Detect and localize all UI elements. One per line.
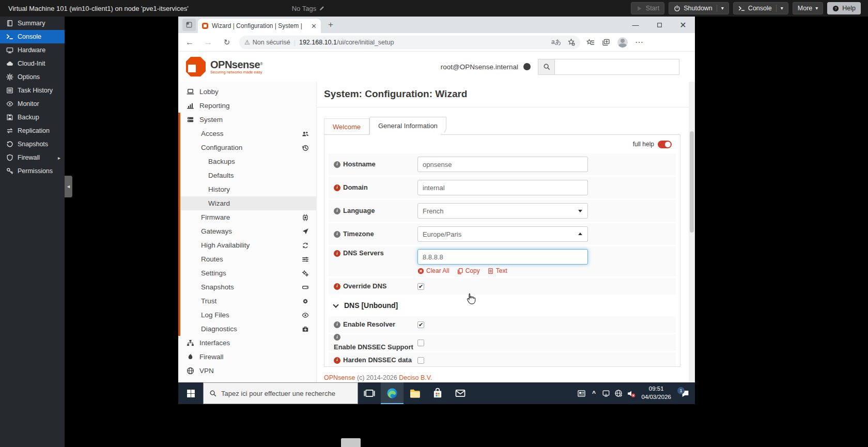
tab-actions-icon[interactable] [182,19,196,31]
menu-item-log-files[interactable]: Log Files [178,308,316,322]
file-explorer-taskbar-button[interactable] [404,382,426,404]
add-favorite-icon[interactable] [567,38,575,46]
hostname-input[interactable]: opnsense [417,157,588,172]
menu-item-configuration[interactable]: Configuration [178,141,316,155]
edge-taskbar-button[interactable] [381,382,404,404]
tray-monitor-icon[interactable] [600,382,612,404]
menu-item-reporting[interactable]: Reporting [178,99,316,113]
logged-in-user[interactable]: root@OPNsense.internal [441,63,518,71]
sidebar-item-replication[interactable]: Replication [0,124,65,137]
hidden-icons-chevron[interactable]: ^ [587,382,600,404]
url-bar[interactable]: ⚠ Non sécurisé | 192.168.10.1 /ui/core/i… [239,36,580,49]
menu-item-trust[interactable]: Trust [178,294,316,308]
mail-taskbar-button[interactable] [449,382,472,404]
menu-item-routes[interactable]: Routes [178,252,316,266]
menu-item-lobby[interactable]: Lobby [178,85,316,99]
sidebar-item-firewall[interactable]: Firewall▸ [0,151,65,164]
sidebar-item-monitor[interactable]: Monitor [0,97,65,111]
scrollbar-thumb[interactable] [690,131,694,233]
language-select[interactable]: French [417,203,588,219]
sidebar-item-options[interactable]: Options [0,70,65,84]
info-icon[interactable]: i [334,231,340,238]
menu-item-settings[interactable]: Settings [178,266,316,280]
info-icon[interactable]: i [334,321,340,328]
store-taskbar-button[interactable] [426,382,449,404]
menu-item-system[interactable]: System [178,113,316,127]
taskbar-clock[interactable]: 09:51 04/03/2026 [637,385,675,401]
menu-item-diagnostics[interactable]: Diagnostics [178,322,316,336]
menu-item-interfaces[interactable]: Interfaces [178,336,316,350]
sidebar-item-task-history[interactable]: Task History [0,84,65,97]
info-icon[interactable]: i [334,161,340,168]
domain-input[interactable]: internal [417,180,588,195]
dns-servers-input[interactable]: 8.8.8.8 [417,249,588,265]
sidebar-collapse-handle[interactable]: ◄ [65,176,72,197]
vm-tags[interactable]: No Tags [292,5,325,12]
menu-item-gateways[interactable]: Gateways [178,224,316,238]
refresh-button[interactable]: ↻ [220,35,234,50]
menu-item-snapshots[interactable]: Snapshots [178,280,316,294]
start-button[interactable]: Start [631,2,664,14]
search-input[interactable] [554,59,679,75]
enable-dnssec-support-checkbox[interactable] [417,340,424,346]
task-view-taskbar-button[interactable] [358,382,381,404]
footer-brand-link[interactable]: OPNsense [324,374,355,381]
menu-item-access[interactable]: Access [178,127,316,141]
tab-welcome[interactable]: Welcome [324,118,369,134]
info-icon[interactable]: i [334,184,340,191]
tab-close-icon[interactable]: ✕ [311,22,317,30]
override-dns-checkbox[interactable]: ✔ [417,283,424,290]
info-icon[interactable]: i [334,283,340,290]
widgets-icon[interactable] [575,382,587,404]
help-button[interactable]: ?Help [827,2,861,14]
page-scrollbar[interactable] [689,82,695,382]
sidebar-item-backup[interactable]: Backup [0,111,65,124]
footer-company-link[interactable]: Deciso B.V. [399,374,432,381]
network-globe-icon[interactable] [612,382,625,404]
maximize-button[interactable] [647,17,671,33]
info-icon[interactable]: i [334,208,340,214]
shutdown-button[interactable]: Shutdown▾ [669,2,729,14]
menu-item-firmware[interactable]: Firmware [178,210,316,224]
translate-icon[interactable]: aあ [551,38,561,47]
sidebar-item-summary[interactable]: Summary [0,17,65,30]
section-header-dns-unbound-[interactable]: DNS [Unbound] [329,296,676,315]
back-button[interactable]: ← [182,35,197,50]
tab-general-information[interactable]: General Information [369,117,446,135]
opnsense-logo[interactable] [185,56,206,77]
more-button[interactable]: More▾ [793,2,824,14]
taskbar-search[interactable]: Tapez ici pour effectuer une recherche [203,382,358,404]
sidebar-item-cloud-init[interactable]: Cloud-Init [0,57,65,70]
new-tab-button[interactable]: + [324,18,337,32]
menu-item-high-availability[interactable]: High Availability [178,238,316,252]
forward-button[interactable]: → [201,35,215,50]
menu-item-defaults[interactable]: Defaults [178,168,316,182]
collections-icon[interactable] [602,38,610,47]
bottom-panel-handle[interactable] [341,438,361,447]
profile-avatar[interactable] [617,37,628,48]
enable-resolver-checkbox[interactable]: ✔ [417,321,424,328]
menu-item-vpn[interactable]: VPN [178,364,316,378]
full-help-toggle[interactable] [658,141,672,148]
security-label[interactable]: Non sécurisé [253,39,290,46]
info-icon[interactable]: i [334,334,340,341]
console-button[interactable]: Console▾ [733,2,788,14]
start-button[interactable] [178,382,203,404]
harden-dnssec-data-checkbox[interactable] [417,357,424,364]
sidebar-item-permissions[interactable]: Permissions [0,164,65,178]
info-icon[interactable]: i [334,250,340,257]
menu-item-wizard[interactable]: Wizard [178,196,316,210]
settings-menu-icon[interactable]: ⋯ [635,37,644,47]
action-center-button[interactable]: 1 [675,389,695,398]
volume-muted-icon[interactable] [625,382,637,404]
timezone-select[interactable]: Europe/Paris [417,226,588,242]
info-icon[interactable]: i [334,357,340,364]
sidebar-item-snapshots[interactable]: Snapshots [0,137,65,151]
text-link[interactable]: Text [487,267,507,274]
menu-item-firewall[interactable]: Firewall [178,350,316,364]
minimize-button[interactable]: — [624,17,647,33]
copy-link[interactable]: Copy [457,267,480,274]
clear-all-link[interactable]: Clear All [417,267,450,274]
sidebar-item-console[interactable]: Console [0,30,65,43]
sidebar-item-hardware[interactable]: Hardware [0,43,65,57]
